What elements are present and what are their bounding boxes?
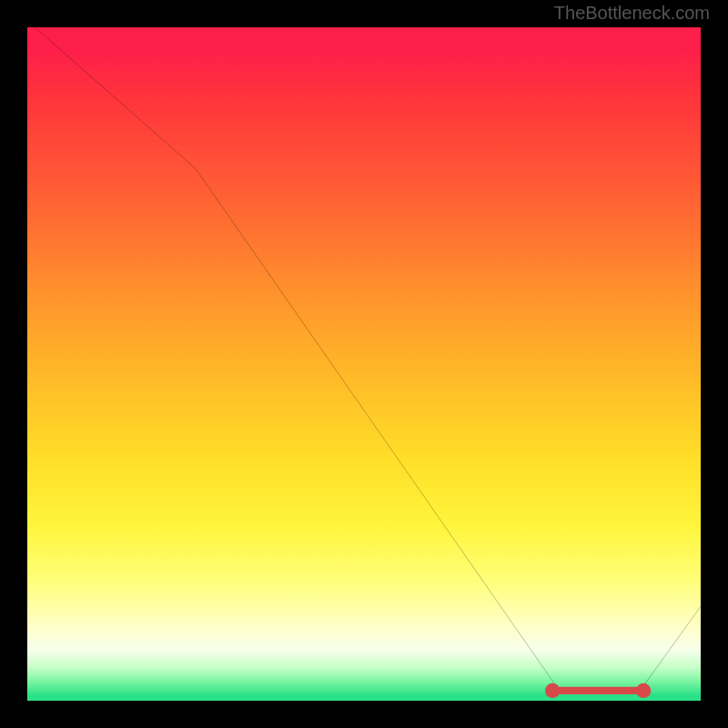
svg-point-1 [545,683,560,698]
svg-point-2 [636,683,651,698]
frame [0,701,728,728]
bottleneck-curve [27,21,701,691]
chart-container: TheBottleneck.com [0,0,728,728]
highlight-band [545,683,651,698]
watermark-text: TheBottleneck.com [554,3,710,24]
frame [0,0,27,728]
frame [701,0,728,728]
chart-overlay [27,27,701,701]
svg-rect-0 [552,687,643,694]
